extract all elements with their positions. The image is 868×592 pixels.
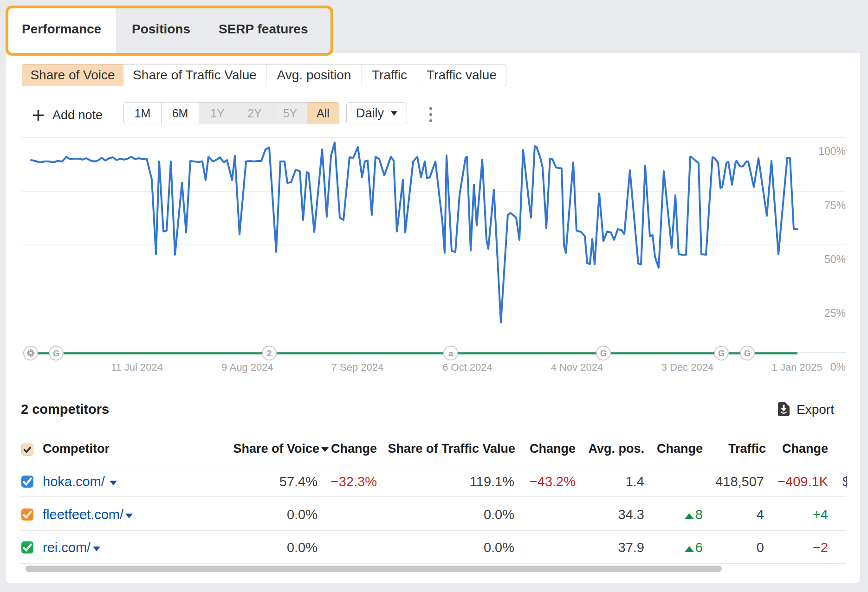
svg-text:2: 2 <box>267 349 272 358</box>
svg-text:G: G <box>600 349 607 358</box>
svg-text:G: G <box>718 349 725 358</box>
svg-text:G: G <box>744 349 751 358</box>
svg-text:G: G <box>53 349 59 358</box>
svg-text:a: a <box>448 349 453 358</box>
